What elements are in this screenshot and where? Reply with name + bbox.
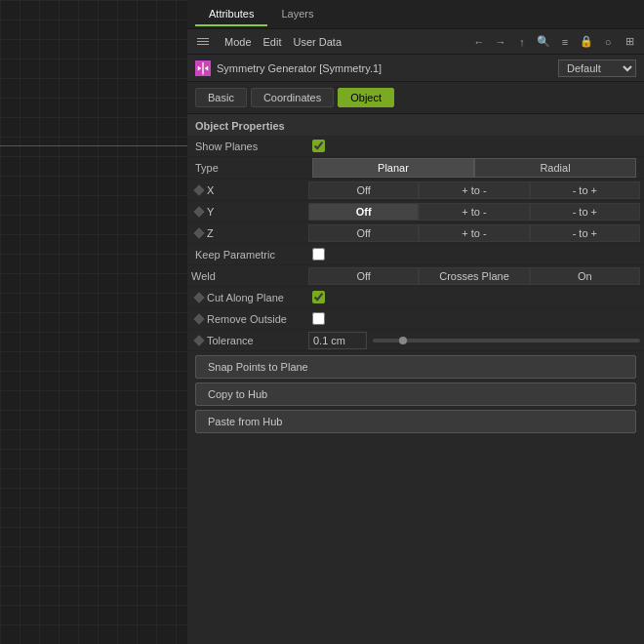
tolerance-label: Tolerance bbox=[191, 335, 308, 346]
remove-outside-label: Remove Outside bbox=[195, 313, 312, 325]
remove-outside-diamond-icon bbox=[193, 313, 204, 324]
show-planes-checkbox[interactable] bbox=[312, 140, 325, 152]
tolerance-slider-thumb[interactable] bbox=[399, 337, 407, 344]
x-plus-to-minus-btn[interactable]: + to - bbox=[419, 181, 529, 199]
show-planes-label: Show Planes bbox=[195, 141, 312, 152]
z-cells: Off + to - - to + bbox=[308, 224, 640, 242]
object-title: Symmetry Generator [Symmetry.1] bbox=[217, 62, 558, 74]
prop-cut-along-plane: Cut Along Plane bbox=[187, 287, 644, 308]
type-value: Planar Radial bbox=[312, 158, 636, 178]
back-icon[interactable]: ← bbox=[470, 33, 488, 51]
forward-icon[interactable]: → bbox=[492, 33, 509, 51]
coordinates-button[interactable]: Coordinates bbox=[251, 88, 334, 107]
tolerance-slider-track[interactable] bbox=[373, 339, 640, 342]
prop-x: X Off + to - - to + bbox=[187, 180, 644, 201]
lock-icon[interactable]: 🔒 bbox=[578, 33, 595, 51]
left-panel-grid bbox=[0, 0, 187, 644]
paste-from-hub-button[interactable]: Paste from Hub bbox=[195, 410, 636, 433]
cut-along-plane-value bbox=[312, 291, 636, 303]
cut-along-plane-checkbox[interactable] bbox=[312, 291, 325, 303]
x-off-btn[interactable]: Off bbox=[308, 181, 419, 199]
x-label: X bbox=[207, 184, 214, 196]
tab-bar: Attributes Layers bbox=[187, 0, 644, 29]
menu-bar: Mode Edit User Data ← → ↑ 🔍 ≡ 🔒 ○ ⊞ bbox=[187, 29, 644, 55]
weld-options: Off Crosses Plane On bbox=[308, 267, 640, 285]
remove-outside-value bbox=[312, 312, 636, 325]
prop-tolerance: Tolerance bbox=[187, 330, 644, 351]
type-radial-btn[interactable]: Radial bbox=[474, 158, 636, 178]
prop-weld: Weld Off Crosses Plane On bbox=[187, 265, 644, 287]
filter-icon[interactable]: ≡ bbox=[556, 33, 574, 51]
y-label: Y bbox=[207, 206, 214, 218]
remove-outside-checkbox[interactable] bbox=[312, 312, 325, 325]
keep-parametric-label: Keep Parametric bbox=[195, 249, 312, 261]
basic-button[interactable]: Basic bbox=[195, 88, 247, 107]
main-content: Attributes Layers Mode Edit User Data ← … bbox=[187, 0, 644, 644]
y-label-col: Y bbox=[191, 206, 308, 218]
copy-to-hub-button[interactable]: Copy to Hub bbox=[195, 382, 636, 406]
x-diamond-icon bbox=[193, 184, 204, 195]
preset-dropdown[interactable]: Default bbox=[558, 60, 636, 77]
left-panel bbox=[0, 0, 187, 644]
prop-y: Y Off + to - - to + bbox=[187, 201, 644, 222]
z-plus-to-minus-btn[interactable]: + to - bbox=[419, 224, 529, 242]
keep-parametric-checkbox[interactable] bbox=[312, 248, 325, 261]
weld-off-btn[interactable]: Off bbox=[308, 267, 419, 285]
y-cells: Off + to - - to + bbox=[308, 203, 640, 221]
type-planar-btn[interactable]: Planar bbox=[312, 158, 474, 178]
cut-along-plane-diamond-icon bbox=[193, 292, 204, 302]
properties-section: Object Properties Show Planes Type Plana… bbox=[187, 114, 644, 433]
weld-on-btn[interactable]: On bbox=[530, 267, 640, 285]
weld-label: Weld bbox=[191, 270, 308, 282]
x-minus-to-plus-btn[interactable]: - to + bbox=[530, 181, 640, 199]
search-icon[interactable]: 🔍 bbox=[535, 33, 552, 51]
prop-remove-outside: Remove Outside bbox=[187, 308, 644, 330]
tolerance-input[interactable] bbox=[308, 332, 367, 349]
tab-layers[interactable]: Layers bbox=[267, 3, 327, 26]
object-title-row: Symmetry Generator [Symmetry.1] Default bbox=[187, 55, 644, 82]
section-title: Object Properties bbox=[187, 114, 644, 136]
circle-icon[interactable]: ○ bbox=[599, 33, 617, 51]
x-cells: Off + to - - to + bbox=[308, 181, 640, 199]
object-button[interactable]: Object bbox=[338, 88, 394, 107]
y-plus-to-minus-btn[interactable]: + to - bbox=[419, 203, 529, 221]
prop-keep-parametric: Keep Parametric bbox=[187, 244, 644, 265]
z-label: Z bbox=[207, 227, 214, 239]
type-label: Type bbox=[195, 162, 312, 174]
tolerance-diamond-icon bbox=[193, 335, 204, 345]
tab-attributes[interactable]: Attributes bbox=[195, 3, 267, 26]
menu-edit[interactable]: Edit bbox=[263, 36, 282, 48]
cut-along-plane-label: Cut Along Plane bbox=[195, 292, 312, 303]
prop-show-planes: Show Planes bbox=[187, 136, 644, 157]
y-off-btn[interactable]: Off bbox=[308, 203, 419, 221]
z-minus-to-plus-btn[interactable]: - to + bbox=[530, 224, 640, 242]
z-diamond-icon bbox=[193, 227, 204, 238]
show-planes-value bbox=[312, 140, 636, 152]
hamburger-menu[interactable] bbox=[193, 34, 213, 49]
prop-z: Z Off + to - - to + bbox=[187, 222, 644, 244]
x-label-col: X bbox=[191, 184, 308, 196]
weld-crosses-btn[interactable]: Crosses Plane bbox=[419, 267, 529, 285]
up-icon[interactable]: ↑ bbox=[513, 33, 531, 51]
menu-user-data[interactable]: User Data bbox=[294, 36, 342, 48]
prop-type: Type Planar Radial bbox=[187, 157, 644, 180]
y-diamond-icon bbox=[193, 206, 204, 217]
keep-parametric-value bbox=[312, 248, 636, 261]
z-off-btn[interactable]: Off bbox=[308, 224, 419, 242]
z-label-col: Z bbox=[191, 227, 308, 239]
y-minus-to-plus-btn[interactable]: - to + bbox=[530, 203, 640, 221]
expand-icon[interactable]: ⊞ bbox=[621, 33, 638, 51]
menu-bar-icons: ← → ↑ 🔍 ≡ 🔒 ○ ⊞ bbox=[470, 33, 638, 51]
viewport-horizon-line bbox=[0, 145, 187, 146]
snap-points-button[interactable]: Snap Points to Plane bbox=[195, 355, 636, 379]
object-type-icon bbox=[195, 60, 211, 76]
menu-mode[interactable]: Mode bbox=[224, 36, 252, 48]
button-row: Basic Coordinates Object bbox=[187, 82, 644, 114]
